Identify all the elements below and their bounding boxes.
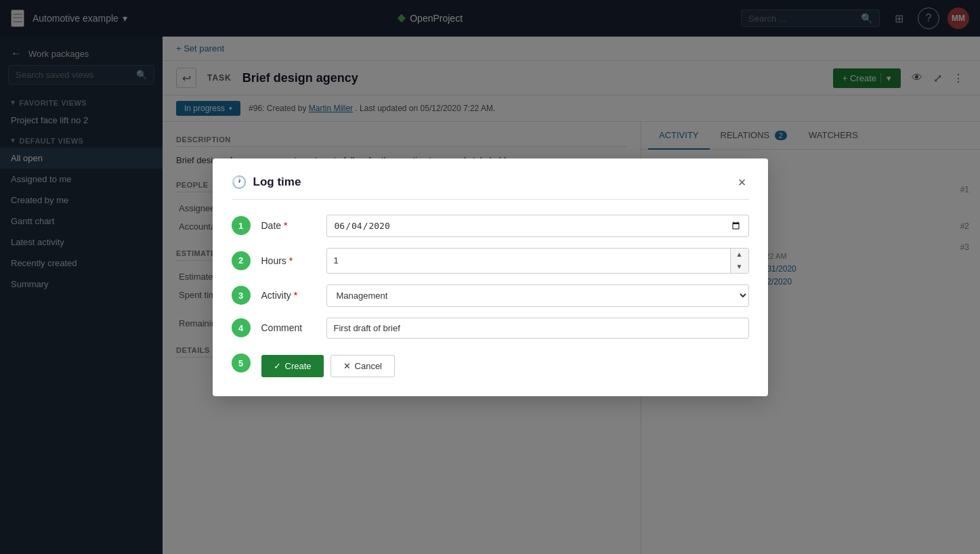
modal-title: Log time — [253, 175, 729, 189]
date-input[interactable] — [326, 215, 749, 237]
modal-actions: ✓ Create ✕ Cancel — [261, 355, 396, 377]
date-required-marker: * — [284, 220, 287, 231]
check-icon: ✓ — [274, 361, 281, 371]
modal-step-2: 2 — [232, 251, 251, 270]
hours-decrement-button[interactable]: ▼ — [731, 261, 748, 273]
modal-clock-icon: 🕐 — [232, 175, 247, 190]
modal-step-5: 5 — [232, 354, 251, 372]
modal-cancel-button[interactable]: ✕ Cancel — [331, 355, 395, 377]
modal-hours-row: 2 Hours * ▲ ▼ — [232, 248, 749, 274]
modal-activity-label: Activity * — [261, 290, 316, 301]
log-time-modal: 🕐 Log time × 1 Date * 2 Hours * — [213, 158, 768, 396]
modal-step-4: 4 — [232, 318, 251, 337]
x-icon: ✕ — [343, 361, 351, 371]
hours-required-marker: * — [289, 255, 293, 266]
modal-comment-label: Comment — [261, 322, 316, 333]
hours-spinner: ▲ ▼ — [326, 248, 749, 274]
hours-increment-button[interactable]: ▲ — [731, 249, 748, 261]
modal-comment-row: 4 Comment — [232, 318, 749, 339]
modal-close-button[interactable]: × — [736, 175, 749, 189]
modal-body: 1 Date * 2 Hours * ▲ ▼ — [232, 215, 749, 377]
activity-select[interactable]: Management Development Design Testing Ot… — [326, 284, 749, 307]
modal-date-label: Date * — [261, 220, 316, 231]
modal-hours-label: Hours * — [261, 255, 316, 266]
activity-required-marker: * — [294, 290, 297, 301]
modal-header: 🕐 Log time × — [232, 175, 749, 200]
modal-create-button[interactable]: ✓ Create — [261, 355, 324, 377]
spinner-controls: ▲ ▼ — [730, 249, 748, 273]
modal-date-row: 1 Date * — [232, 215, 749, 237]
comment-input[interactable] — [326, 318, 749, 339]
modal-overlay: 🕐 Log time × 1 Date * 2 Hours * — [0, 0, 980, 554]
modal-actions-row: 5 ✓ Create ✕ Cancel — [232, 349, 749, 377]
modal-step-3: 3 — [232, 286, 251, 305]
hours-input[interactable] — [327, 251, 730, 270]
modal-step-1: 1 — [232, 216, 251, 235]
modal-activity-row: 3 Activity * Management Development Desi… — [232, 284, 749, 307]
